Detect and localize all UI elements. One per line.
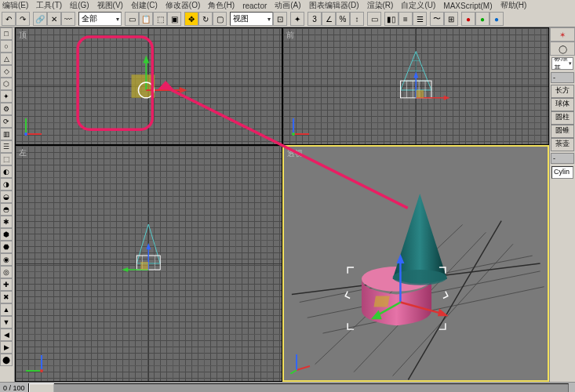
percent-snap-button[interactable]: % (336, 12, 350, 26)
menu-tools[interactable]: 工具(T) (36, 0, 62, 11)
main-toolbar: ↶ ↷ 🔗 ✕ 〰 全部 ▭ 📋 ⬚ ▣ ✥ ↻ ▢ 视图 ⊡ ✦ 3 ∠ % … (0, 11, 575, 27)
time-slider[interactable] (28, 383, 569, 392)
undo-button[interactable]: ↶ (2, 12, 16, 26)
menu-group[interactable]: 组(G) (70, 0, 89, 11)
spinner-snap-button[interactable]: ↕ (350, 12, 364, 26)
reactor-tool-8[interactable]: ⟳ (0, 115, 13, 128)
select-region-button[interactable]: ⬚ (153, 12, 167, 26)
reactor-tool-27[interactable]: ⬤ (0, 354, 13, 366)
material-editor-button[interactable]: ● (461, 12, 475, 26)
curve-editor-button[interactable]: 〜 (430, 12, 444, 26)
reactor-tool-15[interactable]: ◓ (0, 203, 13, 216)
reactor-tool-17[interactable]: ⬢ (0, 228, 13, 241)
reactor-tool-19[interactable]: ◉ (0, 253, 13, 266)
reactor-tool-7[interactable]: ⚙ (0, 103, 13, 115)
reactor-tool-1[interactable]: □ (0, 27, 13, 40)
menu-character[interactable]: 角色(H) (208, 0, 235, 11)
menu-help[interactable]: 帮助(H) (500, 0, 527, 11)
teapot-button[interactable]: 茶壶 (551, 138, 574, 151)
reactor-tool-26[interactable]: ▶ (0, 341, 13, 354)
svg-marker-33 (122, 267, 128, 272)
time-slider-handle[interactable] (29, 383, 54, 392)
reactor-tool-18[interactable]: ⬣ (0, 241, 13, 253)
category-dropdown[interactable]: 标准基 (551, 57, 573, 70)
selection-filter-combo[interactable]: 全部 (78, 12, 122, 26)
snap-toggle-button[interactable]: 3 (308, 12, 322, 26)
svg-line-41 (322, 287, 544, 333)
menu-modifiers[interactable]: 修改器(O) (166, 0, 200, 11)
sphere-button[interactable]: 球体 (551, 98, 574, 111)
object-type-rollout[interactable]: - (551, 72, 574, 83)
align-button[interactable]: ≡ (398, 12, 413, 26)
reactor-tool-12[interactable]: ◐ (0, 165, 13, 178)
viewport-top[interactable]: 顶 (15, 27, 282, 145)
select-button[interactable]: ▭ (125, 12, 139, 26)
reactor-tool-22[interactable]: ✖ (0, 291, 13, 303)
reactor-tool-11[interactable]: ⬚ (0, 153, 13, 165)
menu-edit[interactable]: 编辑(E) (2, 0, 28, 11)
reactor-tool-2[interactable]: ○ (0, 40, 13, 53)
reactor-tool-6[interactable]: ✦ (0, 90, 13, 103)
link-button[interactable]: 🔗 (33, 12, 47, 26)
cone-button[interactable]: 圆锥 (551, 125, 574, 138)
window-crossing-button[interactable]: ▣ (167, 12, 181, 26)
reactor-tool-25[interactable]: ◀ (0, 328, 13, 341)
axis-tripod-icon (290, 350, 314, 374)
mirror-button[interactable]: ▮▯ (384, 12, 398, 26)
viewport-label-top: 顶 (19, 30, 27, 41)
menu-reactor[interactable]: reactor (242, 2, 267, 10)
render-scene-button[interactable]: ● (475, 12, 489, 26)
bind-spacewarp-button[interactable]: 〰 (61, 12, 75, 26)
reactor-tool-10[interactable]: ☰ (0, 140, 13, 153)
layer-manager-button[interactable]: ☰ (413, 12, 427, 26)
menu-animation[interactable]: 动画(A) (275, 0, 300, 11)
create-tab[interactable]: ✶ (550, 27, 575, 42)
geometry-subtab[interactable]: ◯ (550, 42, 575, 56)
reactor-tool-4[interactable]: ◇ (0, 65, 13, 78)
reactor-tool-16[interactable]: ✱ (0, 216, 13, 228)
viewport-front[interactable]: 前 (282, 27, 550, 145)
svg-line-57 (297, 366, 310, 370)
reactor-tool-20[interactable]: ◎ (0, 266, 13, 278)
redo-button[interactable]: ↷ (16, 12, 30, 26)
axis-tripod-icon (22, 351, 45, 375)
move-button[interactable]: ✥ (184, 12, 198, 26)
menu-view[interactable]: 视图(V) (97, 0, 123, 11)
menu-render[interactable]: 渲染(R) (367, 0, 394, 11)
angle-snap-button[interactable]: ∠ (322, 12, 336, 26)
use-center-button[interactable]: ⊡ (273, 12, 287, 26)
render-button[interactable]: ● (489, 12, 504, 26)
menu-create[interactable]: 创建(C) (131, 0, 158, 11)
frame-indicator: 0 / 100 (3, 384, 25, 392)
menu-graph-editor[interactable]: 图表编辑器(D) (309, 0, 359, 11)
scale-button[interactable]: ▢ (213, 12, 227, 26)
name-color-rollout[interactable]: - (551, 153, 574, 164)
viewport-left[interactable]: 左 (15, 145, 282, 382)
unlink-button[interactable]: ✕ (47, 12, 61, 26)
svg-rect-23 (416, 90, 424, 98)
select-manipulate-button[interactable]: ✦ (290, 12, 304, 26)
svg-marker-35 (146, 243, 151, 249)
reactor-tool-3[interactable]: △ (0, 53, 13, 65)
menu-maxscript[interactable]: MAXScript(M) (443, 2, 492, 10)
reactor-tool-23[interactable]: ▲ (0, 303, 13, 316)
svg-marker-2 (143, 56, 149, 64)
schematic-view-button[interactable]: ⊞ (444, 12, 458, 26)
reactor-tool-21[interactable]: ✚ (0, 278, 13, 291)
reactor-tool-13[interactable]: ◑ (0, 178, 13, 191)
reactor-tool-9[interactable]: ▥ (0, 128, 13, 140)
reactor-tool-24[interactable]: ▼ (0, 316, 13, 328)
ref-coord-combo[interactable]: 视图 (230, 12, 273, 26)
timeline-bar: 0 / 100 (0, 382, 575, 392)
cylinder-button[interactable]: 圆柱 (551, 111, 574, 125)
object-name-input[interactable]: Cylin (551, 166, 573, 179)
svg-marker-53 (437, 308, 448, 316)
named-selection-button[interactable]: ▭ (367, 12, 381, 26)
rotate-button[interactable]: ↻ (198, 12, 213, 26)
select-by-name-button[interactable]: 📋 (139, 12, 153, 26)
reactor-tool-14[interactable]: ◒ (0, 191, 13, 203)
reactor-tool-5[interactable]: ⬡ (0, 78, 13, 90)
viewport-perspective[interactable]: 透视 (282, 145, 550, 382)
box-button[interactable]: 长方 (551, 85, 574, 98)
menu-customize[interactable]: 自定义(U) (401, 0, 435, 11)
